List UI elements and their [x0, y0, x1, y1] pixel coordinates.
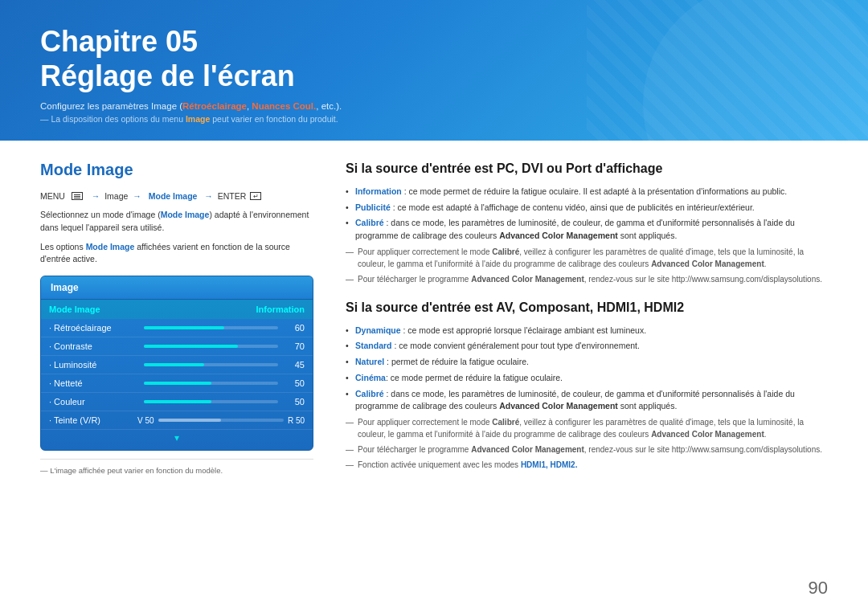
label-standard: Standard	[355, 341, 392, 350]
teinte-slider	[158, 419, 284, 422]
chapter-title: Chapitre 05Réglage de l'écran	[40, 24, 828, 93]
right-section-av: Si la source d'entrée est AV, Composant,…	[346, 300, 828, 471]
right-section-pc: Si la source d'entrée est PC, DVI ou Por…	[346, 161, 828, 285]
menu-icon	[72, 192, 83, 200]
label-publicite: Publicité	[355, 202, 391, 212]
teinte-v-value: V 50	[137, 416, 154, 425]
label-dynamique: Dynamique	[355, 325, 401, 335]
right-title-pc: Si la source d'entrée est PC, DVI ou Por…	[346, 161, 828, 178]
slider-fill-contraste	[144, 345, 238, 348]
slider-track-couleur	[144, 400, 278, 403]
widget-slider-retroeclairage: · Rétroéclairage 60	[41, 319, 313, 337]
highlight-nuances: Nuances Coul.	[252, 101, 316, 111]
right-column: Si la source d'entrée est PC, DVI ou Por…	[346, 161, 828, 485]
highlight-retroeclairage: Rétroéclairage	[182, 101, 247, 111]
widget-teinte-row: · Teinte (V/R) V 50 R 50	[41, 411, 313, 430]
subnote-calibre-pc-1: Pour appliquer correctement le mode Cali…	[346, 246, 828, 270]
subnote-calibre-av-1: Pour appliquer correctement le mode Cali…	[346, 416, 828, 440]
bullet-naturel: Naturel : permet de réduire la fatigue o…	[346, 356, 828, 369]
teinte-fill	[158, 419, 221, 422]
header-pattern	[587, 0, 868, 141]
subnote-hdmi: Fonction activée uniquement avec les mod…	[346, 459, 828, 471]
bullet-dynamique: Dynamique : ce mode est approprié lorsqu…	[346, 325, 828, 337]
slider-value-nettete: 50	[285, 378, 305, 388]
bullet-standard: Standard : ce mode convient généralement…	[346, 340, 828, 353]
left-section-title: Mode Image	[40, 161, 313, 179]
widget-mode-label: Mode Image	[49, 304, 100, 314]
label-cinema: Cinéma	[355, 373, 386, 382]
slider-fill-luminosite	[144, 363, 204, 366]
slider-value-retroeclairage: 60	[285, 323, 305, 333]
bullet-information: Information : ce mode permet de réduire …	[346, 186, 828, 198]
bullet-publicite: Publicité : ce mode est adapté à l'affic…	[346, 202, 828, 215]
highlight-image: Image	[186, 114, 210, 124]
left-column: Mode Image MENU → Image → Mode Image → E…	[40, 161, 313, 485]
teinte-r-value: R 50	[288, 416, 305, 425]
menu-path: MENU → Image → Mode Image → ENTER↵	[40, 191, 313, 201]
description1: Sélectionnez un mode d'image (Mode Image…	[40, 209, 313, 235]
enter-icon: ↵	[250, 192, 261, 200]
header: Chapitre 05Réglage de l'écran Configurez…	[0, 0, 868, 141]
slider-value-luminosite: 45	[285, 360, 305, 370]
slider-label-nettete: · Netteté	[49, 378, 137, 388]
slider-track-retroeclairage	[144, 326, 278, 329]
header-subtitle: Configurez les paramètres Image (Rétroéc…	[40, 101, 828, 111]
header-note: La disposition des options du menu Image…	[40, 114, 828, 124]
slider-value-contraste: 70	[285, 341, 305, 351]
slider-label-contraste: · Contraste	[49, 341, 137, 351]
slider-fill-couleur	[144, 400, 211, 403]
widget-down-arrow: ▾	[41, 430, 313, 443]
slider-fill-retroeclairage	[144, 326, 224, 329]
subnote-calibre-pc-2: Pour télécharger le programme Advanced C…	[346, 273, 828, 285]
slider-label-retroeclairage: · Rétroéclairage	[49, 323, 137, 333]
main-content: Mode Image MENU → Image → Mode Image → E…	[0, 141, 868, 501]
slider-label-couleur: · Couleur	[49, 397, 137, 407]
footer-note: L'image affichée peut varier en fonction…	[40, 459, 313, 475]
bullet-list-av: Dynamique : ce mode est approprié lorsqu…	[346, 325, 828, 414]
slider-label-luminosite: · Luminosité	[49, 360, 137, 370]
hdmi-highlight: HDMI1, HDMI2.	[521, 460, 578, 469]
widget-mode-value: Information	[256, 304, 305, 314]
label-calibre-pc: Calibré	[355, 218, 384, 227]
bullet-list-pc: Information : ce mode permet de réduire …	[346, 186, 828, 243]
bullet-calibre-pc: Calibré : dans ce mode, les paramètres d…	[346, 217, 828, 243]
slider-fill-nettete	[144, 382, 211, 385]
label-naturel: Naturel	[355, 357, 384, 366]
widget-slider-contraste: · Contraste 70	[41, 337, 313, 356]
image-widget: Image Mode Image Information · Rétroécla…	[40, 276, 313, 451]
bullet-calibre-av: Calibré : dans ce mode, les paramètres d…	[346, 388, 828, 414]
slider-track-nettete	[144, 382, 278, 385]
slider-value-couleur: 50	[285, 397, 305, 407]
page-number: 90	[809, 578, 828, 599]
slider-track-luminosite	[144, 363, 278, 366]
label-information: Information	[355, 186, 402, 196]
teinte-label: · Teinte (V/R)	[49, 415, 137, 425]
right-title-av: Si la source d'entrée est AV, Composant,…	[346, 300, 828, 317]
widget-mode-row: Mode Image Information	[41, 300, 313, 319]
widget-header: Image	[41, 276, 313, 300]
description2: Les options Mode Image affichées varient…	[40, 241, 313, 267]
widget-slider-luminosite: · Luminosité 45	[41, 356, 313, 374]
bullet-cinema: Cinéma: ce mode permet de réduire la fat…	[346, 372, 828, 385]
slider-track-contraste	[144, 345, 278, 348]
widget-slider-couleur: · Couleur 50	[41, 393, 313, 411]
widget-slider-nettete: · Netteté 50	[41, 374, 313, 393]
subnote-calibre-av-2: Pour télécharger le programme Advanced C…	[346, 443, 828, 456]
label-calibre-av: Calibré	[355, 389, 384, 398]
